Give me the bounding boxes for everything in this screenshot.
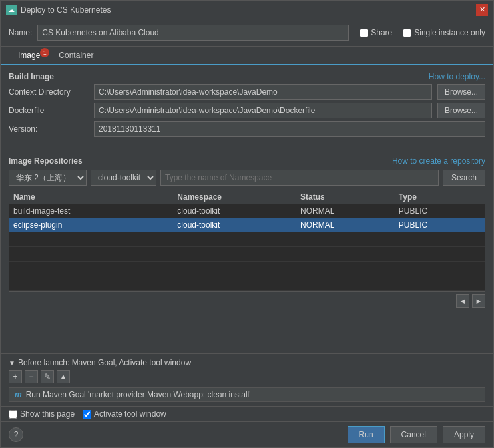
activate-checkbox[interactable]: [83, 410, 91, 419]
col-name: Name: [13, 192, 177, 202]
col-status: Status: [300, 192, 399, 202]
tab-image-label: Image: [18, 51, 40, 60]
row2-name: eclipse-plugin: [13, 220, 177, 230]
share-checkbox[interactable]: [360, 29, 368, 37]
row1-namespace: cloud-toolkit: [177, 206, 300, 216]
row2-type: PUBLIC: [399, 220, 481, 230]
table-row[interactable]: eclipse-plugin cloud-toolkit NORMAL PUBL…: [9, 218, 485, 232]
launch-item[interactable]: m Run Maven Goal 'market provider Maven …: [9, 387, 485, 402]
empty-row: [9, 276, 485, 291]
before-launch-section: ▼ Before launch: Maven Goal, Activate to…: [1, 353, 493, 406]
repos-controls: 华东 2（上海） 华北 1（青岛） 华南 1（深圳） cloud-toolkit…: [9, 170, 485, 186]
col-namespace: Namespace: [177, 192, 300, 202]
footer-right: Run Cancel Apply: [348, 426, 485, 443]
app-icon: ☁: [6, 5, 17, 15]
build-image-section: Build Image How to deploy... Context Dir…: [9, 72, 485, 140]
maven-icon: m: [15, 390, 22, 399]
empty-row: [9, 232, 485, 247]
show-page-option: Show this page: [9, 409, 75, 419]
before-launch-header: ▼ Before launch: Maven Goal, Activate to…: [9, 358, 485, 367]
version-row: Version:: [9, 121, 485, 137]
tabs-row: Image 1 Container: [1, 47, 493, 65]
nav-next-button[interactable]: ►: [472, 294, 485, 308]
before-launch-title: Before launch: Maven Goal, Activate tool…: [18, 358, 191, 367]
add-launch-button[interactable]: +: [9, 370, 22, 383]
version-input[interactable]: [94, 121, 485, 137]
context-directory-row: Context Directory Browse...: [9, 84, 485, 100]
up-launch-button[interactable]: ▲: [57, 370, 70, 383]
footer-left: ?: [9, 427, 23, 442]
how-to-deploy-link[interactable]: How to deploy...: [429, 72, 485, 81]
bottom-options: Show this page Activate tool window: [1, 406, 493, 421]
region-select[interactable]: 华东 2（上海） 华北 1（青岛） 华南 1（深圳）: [9, 170, 87, 186]
version-label: Version:: [9, 124, 89, 134]
how-to-create-link[interactable]: How to create a repository: [392, 156, 485, 166]
remove-launch-button[interactable]: −: [25, 370, 38, 383]
dialog-container: ☁ Deploy to CS Kubernetes ✕ Name: Share …: [0, 0, 494, 448]
repos-header: Image Repositories How to create a repos…: [9, 156, 485, 166]
edit-launch-button[interactable]: ✎: [41, 370, 54, 383]
context-directory-input[interactable]: [94, 84, 432, 100]
table-row[interactable]: build-image-test cloud-toolkit NORMAL PU…: [9, 204, 485, 218]
row1-name: build-image-test: [13, 206, 177, 216]
search-button[interactable]: Search: [443, 170, 485, 186]
row1-status: NORMAL: [300, 206, 399, 216]
dialog-title: Deploy to CS Kubernetes: [21, 5, 111, 15]
help-button[interactable]: ?: [9, 427, 23, 442]
title-bar: ☁ Deploy to CS Kubernetes ✕: [1, 1, 493, 19]
context-directory-browse[interactable]: Browse...: [437, 84, 485, 100]
single-instance-label: Single instance only: [414, 28, 485, 37]
tab-container-label: Container: [59, 51, 93, 60]
nav-prev-button[interactable]: ◄: [456, 294, 469, 308]
share-label: Share: [371, 28, 392, 37]
row2-namespace: cloud-toolkit: [177, 220, 300, 230]
toolkit-select[interactable]: cloud-toolkit default: [91, 170, 156, 186]
name-label: Name:: [9, 28, 32, 37]
activate-label: Activate tool window: [94, 409, 166, 419]
repos-table: Name Namespace Status Type build-image-t…: [9, 190, 485, 292]
image-repositories-section: Image Repositories How to create a repos…: [9, 156, 485, 310]
single-instance-checkbox[interactable]: [403, 29, 411, 37]
context-directory-label: Context Directory: [9, 87, 89, 97]
run-maven-label: Run Maven Goal 'market provider Maven We…: [26, 390, 251, 399]
dockerfile-input[interactable]: [94, 103, 432, 118]
table-header: Name Namespace Status Type: [9, 190, 485, 204]
title-bar-left: ☁ Deploy to CS Kubernetes: [6, 5, 111, 15]
dockerfile-label: Dockerfile: [9, 106, 89, 115]
dockerfile-browse[interactable]: Browse...: [437, 103, 485, 118]
col-type: Type: [399, 192, 481, 202]
apply-button[interactable]: Apply: [443, 426, 485, 443]
empty-row: [9, 247, 485, 262]
dockerfile-row: Dockerfile Browse...: [9, 103, 485, 118]
name-input[interactable]: [37, 25, 349, 41]
tab-image[interactable]: Image 1: [9, 47, 49, 65]
row2-status: NORMAL: [300, 220, 399, 230]
collapse-icon[interactable]: ▼: [9, 359, 15, 367]
share-group: Share: [360, 28, 392, 37]
repos-title: Image Repositories: [9, 156, 83, 166]
name-row: Name: Share Single instance only: [1, 19, 493, 47]
single-instance-group: Single instance only: [403, 28, 485, 37]
nav-arrows: ◄ ►: [9, 292, 485, 310]
activate-option: Activate tool window: [83, 409, 166, 419]
launch-controls: + − ✎ ▲: [9, 370, 485, 383]
build-image-header: Build Image How to deploy...: [9, 72, 485, 81]
show-page-checkbox[interactable]: [9, 410, 17, 419]
cancel-button[interactable]: Cancel: [390, 426, 437, 443]
footer: ? Run Cancel Apply: [1, 421, 493, 447]
run-button[interactable]: Run: [348, 426, 385, 443]
row1-type: PUBLIC: [399, 206, 481, 216]
close-button[interactable]: ✕: [476, 4, 488, 16]
namespace-input[interactable]: [160, 170, 439, 186]
table-body: build-image-test cloud-toolkit NORMAL PU…: [9, 204, 485, 291]
section-divider: [9, 148, 485, 148]
tab-container[interactable]: Container: [49, 47, 103, 64]
content-area: Build Image How to deploy... Context Dir…: [1, 65, 493, 353]
build-image-title: Build Image: [9, 72, 54, 81]
empty-row: [9, 262, 485, 276]
show-page-label: Show this page: [20, 409, 75, 419]
tab-image-badge: 1: [40, 48, 49, 57]
